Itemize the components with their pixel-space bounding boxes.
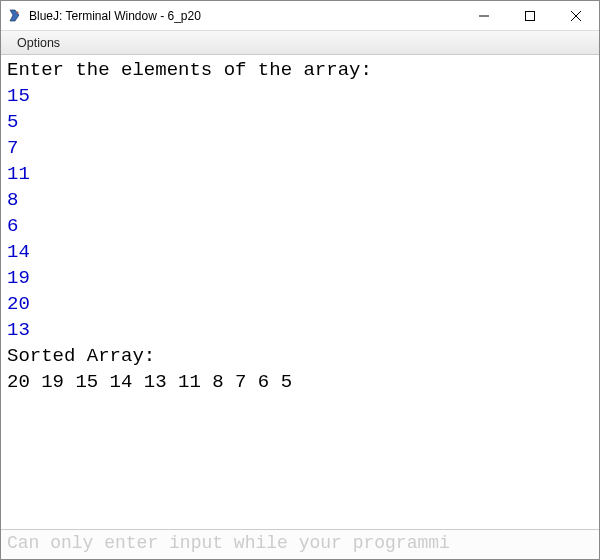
terminal-input-line: 6 (7, 213, 593, 239)
minimize-button[interactable] (461, 1, 507, 30)
menu-options[interactable]: Options (11, 34, 66, 52)
terminal-input-line: 5 (7, 109, 593, 135)
status-bar[interactable]: Can only enter input while your programm… (1, 529, 599, 559)
maximize-button[interactable] (507, 1, 553, 30)
window-title: BlueJ: Terminal Window - 6_p20 (29, 9, 461, 23)
terminal-output-line: Sorted Array: (7, 343, 593, 369)
terminal-input-line: 11 (7, 161, 593, 187)
terminal-input-line: 8 (7, 187, 593, 213)
terminal-input-line: 19 (7, 265, 593, 291)
close-button[interactable] (553, 1, 599, 30)
status-text: Can only enter input while your programm… (7, 533, 450, 553)
window-titlebar: BlueJ: Terminal Window - 6_p20 (1, 1, 599, 31)
terminal-input-line: 7 (7, 135, 593, 161)
bluej-app-icon (7, 8, 23, 24)
terminal-input-line: 14 (7, 239, 593, 265)
terminal-input-line: 20 (7, 291, 593, 317)
terminal-input-line: 15 (7, 83, 593, 109)
terminal-output-area[interactable]: Enter the elements of the array:15571186… (1, 55, 599, 529)
terminal-input-line: 13 (7, 317, 593, 343)
menubar: Options (1, 31, 599, 55)
terminal-output-line: 20 19 15 14 13 11 8 7 6 5 (7, 369, 593, 395)
svg-rect-2 (526, 11, 535, 20)
svg-point-0 (17, 11, 19, 13)
window-controls (461, 1, 599, 30)
terminal-output-line: Enter the elements of the array: (7, 57, 593, 83)
